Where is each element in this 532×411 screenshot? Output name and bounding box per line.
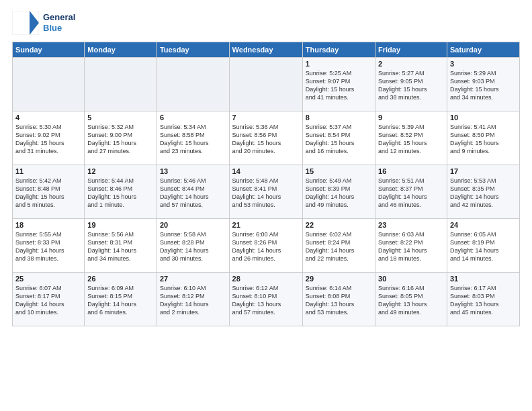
calendar-cell: 23Sunrise: 6:03 AM Sunset: 8:22 PM Dayli… <box>375 219 447 273</box>
calendar-cell <box>13 58 85 111</box>
calendar-header-wednesday: Wednesday <box>229 42 302 58</box>
calendar-cell: 11Sunrise: 5:42 AM Sunset: 8:48 PM Dayli… <box>13 165 85 219</box>
day-number: 26 <box>87 275 154 283</box>
day-info: Sunrise: 5:27 AM Sunset: 9:05 PM Dayligh… <box>378 69 444 102</box>
calendar-cell: 1Sunrise: 5:25 AM Sunset: 9:07 PM Daylig… <box>302 58 375 111</box>
day-number: 13 <box>160 167 226 175</box>
calendar-header-friday: Friday <box>375 42 447 58</box>
day-info: Sunrise: 6:14 AM Sunset: 8:08 PM Dayligh… <box>306 284 372 317</box>
calendar-cell: 2Sunrise: 5:27 AM Sunset: 9:05 PM Daylig… <box>375 58 447 111</box>
day-info: Sunrise: 6:00 AM Sunset: 8:26 PM Dayligh… <box>232 230 300 263</box>
calendar-cell: 16Sunrise: 5:51 AM Sunset: 8:37 PM Dayli… <box>375 165 447 219</box>
calendar-cell: 30Sunrise: 6:16 AM Sunset: 8:05 PM Dayli… <box>375 273 447 326</box>
calendar-cell: 20Sunrise: 5:58 AM Sunset: 8:28 PM Dayli… <box>157 219 229 273</box>
day-info: Sunrise: 5:32 AM Sunset: 9:00 PM Dayligh… <box>87 123 154 156</box>
calendar-cell: 29Sunrise: 6:14 AM Sunset: 8:08 PM Dayli… <box>302 273 375 326</box>
day-number: 21 <box>232 221 300 229</box>
day-number: 24 <box>450 221 517 229</box>
calendar-header-saturday: Saturday <box>447 42 519 58</box>
header: GeneralBlue <box>12 11 520 35</box>
day-number: 19 <box>87 221 154 229</box>
calendar-cell: 22Sunrise: 6:02 AM Sunset: 8:24 PM Dayli… <box>302 219 375 273</box>
day-number: 25 <box>15 275 81 283</box>
calendar-header-thursday: Thursday <box>302 42 375 58</box>
day-info: Sunrise: 6:02 AM Sunset: 8:24 PM Dayligh… <box>306 230 372 263</box>
day-info: Sunrise: 6:17 AM Sunset: 8:03 PM Dayligh… <box>450 284 517 317</box>
calendar-cell <box>157 58 229 111</box>
calendar-week-5: 25Sunrise: 6:07 AM Sunset: 8:17 PM Dayli… <box>13 273 520 326</box>
day-info: Sunrise: 5:46 AM Sunset: 8:44 PM Dayligh… <box>160 177 226 210</box>
day-info: Sunrise: 5:56 AM Sunset: 8:31 PM Dayligh… <box>87 230 154 263</box>
calendar-week-1: 1Sunrise: 5:25 AM Sunset: 9:07 PM Daylig… <box>13 58 520 111</box>
day-number: 6 <box>160 113 226 122</box>
calendar-cell: 26Sunrise: 6:09 AM Sunset: 8:15 PM Dayli… <box>85 273 157 326</box>
logo-text: GeneralBlue <box>43 12 75 33</box>
calendar-week-4: 18Sunrise: 5:55 AM Sunset: 8:33 PM Dayli… <box>13 219 520 273</box>
day-number: 14 <box>232 167 300 175</box>
day-number: 28 <box>232 275 300 283</box>
day-info: Sunrise: 6:12 AM Sunset: 8:10 PM Dayligh… <box>232 284 300 317</box>
day-info: Sunrise: 5:42 AM Sunset: 8:48 PM Dayligh… <box>15 177 81 210</box>
day-number: 29 <box>306 275 372 283</box>
day-info: Sunrise: 5:36 AM Sunset: 8:56 PM Dayligh… <box>232 123 300 156</box>
calendar-cell: 15Sunrise: 5:49 AM Sunset: 8:39 PM Dayli… <box>302 165 375 219</box>
calendar-cell: 18Sunrise: 5:55 AM Sunset: 8:33 PM Dayli… <box>13 219 85 273</box>
logo-icon <box>12 11 39 35</box>
calendar-cell: 27Sunrise: 6:10 AM Sunset: 8:12 PM Dayli… <box>157 273 229 326</box>
day-number: 7 <box>232 113 300 122</box>
calendar-cell <box>85 58 157 111</box>
calendar-cell: 19Sunrise: 5:56 AM Sunset: 8:31 PM Dayli… <box>85 219 157 273</box>
day-info: Sunrise: 5:30 AM Sunset: 9:02 PM Dayligh… <box>15 123 81 156</box>
day-number: 9 <box>378 113 444 122</box>
calendar-cell: 17Sunrise: 5:53 AM Sunset: 8:35 PM Dayli… <box>447 165 519 219</box>
calendar-cell: 13Sunrise: 5:46 AM Sunset: 8:44 PM Dayli… <box>157 165 229 219</box>
calendar-cell: 7Sunrise: 5:36 AM Sunset: 8:56 PM Daylig… <box>229 111 302 165</box>
day-info: Sunrise: 5:58 AM Sunset: 8:28 PM Dayligh… <box>160 230 226 263</box>
day-info: Sunrise: 6:16 AM Sunset: 8:05 PM Dayligh… <box>378 284 444 317</box>
day-info: Sunrise: 5:55 AM Sunset: 8:33 PM Dayligh… <box>15 230 81 263</box>
day-number: 1 <box>306 60 372 68</box>
day-info: Sunrise: 6:07 AM Sunset: 8:17 PM Dayligh… <box>15 284 81 317</box>
day-info: Sunrise: 5:44 AM Sunset: 8:46 PM Dayligh… <box>87 177 154 210</box>
day-info: Sunrise: 5:53 AM Sunset: 8:35 PM Dayligh… <box>450 177 517 210</box>
day-info: Sunrise: 6:05 AM Sunset: 8:19 PM Dayligh… <box>450 230 517 263</box>
day-number: 5 <box>87 113 154 122</box>
calendar-cell: 5Sunrise: 5:32 AM Sunset: 9:00 PM Daylig… <box>85 111 157 165</box>
calendar-cell: 31Sunrise: 6:17 AM Sunset: 8:03 PM Dayli… <box>447 273 519 326</box>
day-number: 11 <box>15 167 81 175</box>
day-info: Sunrise: 5:34 AM Sunset: 8:58 PM Dayligh… <box>160 123 226 156</box>
day-info: Sunrise: 5:25 AM Sunset: 9:07 PM Dayligh… <box>306 69 372 102</box>
calendar-week-3: 11Sunrise: 5:42 AM Sunset: 8:48 PM Dayli… <box>13 165 520 219</box>
day-info: Sunrise: 5:41 AM Sunset: 8:50 PM Dayligh… <box>450 123 517 156</box>
day-number: 27 <box>160 275 226 283</box>
calendar-cell <box>229 58 302 111</box>
calendar-cell: 14Sunrise: 5:48 AM Sunset: 8:41 PM Dayli… <box>229 165 302 219</box>
day-number: 16 <box>378 167 444 175</box>
day-info: Sunrise: 5:37 AM Sunset: 8:54 PM Dayligh… <box>306 123 372 156</box>
calendar-cell: 8Sunrise: 5:37 AM Sunset: 8:54 PM Daylig… <box>302 111 375 165</box>
calendar-week-2: 4Sunrise: 5:30 AM Sunset: 9:02 PM Daylig… <box>13 111 520 165</box>
day-info: Sunrise: 6:09 AM Sunset: 8:15 PM Dayligh… <box>87 284 154 317</box>
day-number: 20 <box>160 221 226 229</box>
day-number: 8 <box>306 113 372 122</box>
day-number: 17 <box>450 167 517 175</box>
day-number: 10 <box>450 113 517 122</box>
calendar-header-tuesday: Tuesday <box>157 42 229 58</box>
calendar-cell: 3Sunrise: 5:29 AM Sunset: 9:03 PM Daylig… <box>447 58 519 111</box>
day-info: Sunrise: 5:49 AM Sunset: 8:39 PM Dayligh… <box>306 177 372 210</box>
day-number: 15 <box>306 167 372 175</box>
calendar-cell: 28Sunrise: 6:12 AM Sunset: 8:10 PM Dayli… <box>229 273 302 326</box>
day-number: 2 <box>378 60 444 68</box>
calendar-cell: 25Sunrise: 6:07 AM Sunset: 8:17 PM Dayli… <box>13 273 85 326</box>
day-number: 22 <box>306 221 372 229</box>
calendar-cell: 21Sunrise: 6:00 AM Sunset: 8:26 PM Dayli… <box>229 219 302 273</box>
calendar-cell: 24Sunrise: 6:05 AM Sunset: 8:19 PM Dayli… <box>447 219 519 273</box>
page: GeneralBlue SundayMondayTuesdayWednesday… <box>0 0 532 333</box>
calendar-cell: 4Sunrise: 5:30 AM Sunset: 9:02 PM Daylig… <box>13 111 85 165</box>
day-info: Sunrise: 5:39 AM Sunset: 8:52 PM Dayligh… <box>378 123 444 156</box>
svg-marker-1 <box>30 11 39 35</box>
day-info: Sunrise: 5:48 AM Sunset: 8:41 PM Dayligh… <box>232 177 300 210</box>
day-number: 12 <box>87 167 154 175</box>
calendar-header-sunday: Sunday <box>13 42 85 58</box>
day-info: Sunrise: 5:51 AM Sunset: 8:37 PM Dayligh… <box>378 177 444 210</box>
